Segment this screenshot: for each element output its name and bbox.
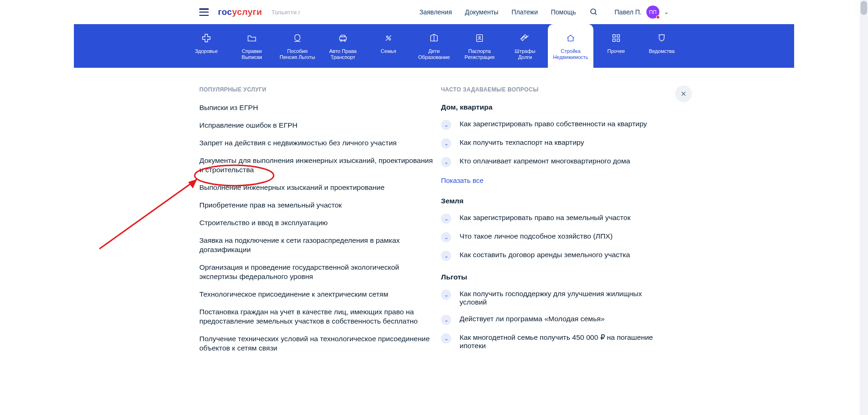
service-link[interactable]: Выполнение инженерных изысканий и проект… <box>199 183 436 192</box>
category-icon <box>502 32 548 44</box>
region-label[interactable]: Тольятти г <box>271 9 301 16</box>
service-link[interactable]: Исправление ошибок в ЕГРН <box>199 121 436 130</box>
logo[interactable]: госуслуги <box>218 7 262 17</box>
faq-item[interactable]: ⌄Как зарегистрировать право собственност… <box>441 120 664 130</box>
faq-item[interactable]: ⌄Как получить техпаспорт на квартиру <box>441 138 664 149</box>
logo-text-blue: гос <box>218 7 232 17</box>
faq-group-title: Земля <box>441 197 664 205</box>
faq-item-label: Как зарегистрировать право на земельный … <box>460 214 631 222</box>
category-tab[interactable]: Справки Выписки <box>229 24 275 68</box>
svg-point-8 <box>479 36 480 38</box>
faq-group-title: Дом, квартира <box>441 103 664 111</box>
category-icon <box>320 32 366 44</box>
category-tab[interactable]: Стройка Недвижимость <box>548 24 593 68</box>
chevron-down-icon: ⌄ <box>441 232 451 242</box>
category-icon <box>184 32 229 44</box>
show-all-link[interactable]: Показать все <box>441 176 484 184</box>
category-label: Штрафы Долги <box>502 48 548 60</box>
svg-point-6 <box>389 39 391 40</box>
category-label: Здоровье <box>184 48 229 54</box>
faq-item-label: Что такое личное подсобное хозяйство (ЛП… <box>460 232 612 240</box>
chevron-down-icon: ⌄ <box>441 315 451 325</box>
category-tab[interactable]: Семья <box>366 24 411 68</box>
service-link[interactable]: Технологическое присоединение к электрич… <box>199 290 436 299</box>
search-icon[interactable] <box>589 7 598 17</box>
service-link[interactable]: Строительство и ввод в эксплуатацию <box>199 218 436 227</box>
category-tab[interactable]: Дети Образование <box>411 24 457 68</box>
notification-dot-icon <box>656 15 660 19</box>
category-tab[interactable]: Здоровье <box>184 24 229 68</box>
chevron-down-icon: ⌄ <box>441 290 451 300</box>
category-icon <box>639 32 684 44</box>
category-label: Ведомства <box>639 48 684 54</box>
category-tab[interactable]: Ведомства <box>639 24 684 68</box>
category-label: Дети Образование <box>411 48 457 60</box>
category-tab[interactable]: Пособия Пенсия Льготы <box>275 24 320 68</box>
category-icon <box>593 32 639 44</box>
chevron-down-icon: ⌄ <box>441 333 451 344</box>
svg-point-4 <box>344 40 346 42</box>
category-icon <box>366 32 411 44</box>
service-link[interactable]: Документы для выполнения инженерных изыс… <box>199 156 436 175</box>
service-link[interactable]: Постановка граждан на учет в качестве ли… <box>199 307 436 326</box>
top-nav: Заявления Документы Платежи Помощь <box>419 8 576 16</box>
svg-point-0 <box>591 9 596 14</box>
faq-item[interactable]: ⌄Действует ли программа «Молодая семья» <box>441 315 664 325</box>
faq-item[interactable]: ⌄Что такое личное подсобное хозяйство (Л… <box>441 232 664 242</box>
service-link[interactable]: Приобретение прав на земельный участок <box>199 201 436 210</box>
category-label: Авто Права Транспорт <box>320 48 366 60</box>
category-label: Пособия Пенсия Льготы <box>275 48 320 60</box>
category-icon <box>229 32 275 44</box>
user-menu[interactable]: Павел П. ПП ⌄ <box>615 6 669 19</box>
category-tab[interactable]: Паспорта Регистрация <box>457 24 502 68</box>
chevron-down-icon: ⌄ <box>664 9 669 15</box>
faq-group: Дом, квартира⌄Как зарегистрировать право… <box>441 103 664 185</box>
nav-link[interactable]: Платежи <box>512 8 538 16</box>
svg-rect-9 <box>613 35 616 38</box>
category-tab[interactable]: Штрафы Долги <box>502 24 548 68</box>
category-icon <box>411 32 457 44</box>
faq-item[interactable]: ⌄Как многодетной семье получить 450 000 … <box>441 333 664 350</box>
logo-text-red: услуги <box>232 7 262 17</box>
faq-item-label: Как зарегистрировать право собственности… <box>460 120 647 128</box>
category-label: Справки Выписки <box>229 48 275 60</box>
faq-group-title: Льготы <box>441 273 664 281</box>
faq-item[interactable]: ⌄Как получить господдержку для улучшения… <box>441 290 664 306</box>
user-name: Павел П. <box>615 8 642 16</box>
faq-item[interactable]: ⌄Как зарегистрировать право на земельный… <box>441 214 664 224</box>
nav-link[interactable]: Заявления <box>419 8 452 16</box>
faq-group: Льготы⌄Как получить господдержку для улу… <box>441 273 664 350</box>
service-link[interactable]: Получение технических условий на техноло… <box>199 334 436 353</box>
faq-item-label: Кто оплачивает капремонт многоквартирног… <box>460 157 630 165</box>
nav-link[interactable]: Документы <box>465 8 499 16</box>
svg-point-5 <box>386 36 388 38</box>
category-tab[interactable]: Авто Права Транспорт <box>320 24 366 68</box>
faq-item[interactable]: ⌄Кто оплачивает капремонт многоквартирно… <box>441 157 664 167</box>
faq-item-label: Как получить техпаспорт на квартиру <box>460 138 584 147</box>
close-button[interactable] <box>675 85 692 102</box>
service-link[interactable]: Заявка на подключение к сети газораспред… <box>199 236 436 254</box>
category-tab[interactable]: Прочее <box>593 24 639 68</box>
chevron-down-icon: ⌄ <box>441 251 451 261</box>
svg-line-1 <box>595 13 597 15</box>
svg-rect-10 <box>617 35 620 38</box>
faq-item-label: Как получить господдержку для улучшения … <box>460 290 664 306</box>
category-icon <box>548 32 593 44</box>
svg-rect-11 <box>613 39 616 42</box>
menu-icon[interactable] <box>199 8 209 16</box>
service-link[interactable]: Запрет на действия с недвижимостью без л… <box>199 138 436 148</box>
category-label: Семья <box>366 48 411 54</box>
popular-services: ПОПУЛЯРНЫЕ УСЛУГИ Выписки из ЕГРНИсправл… <box>199 86 436 362</box>
faq-section: ЧАСТО ЗАДАВАЕМЫЕ ВОПРОСЫ Дом, квартира⌄К… <box>441 86 664 362</box>
category-label: Паспорта Регистрация <box>457 48 502 60</box>
svg-marker-17 <box>188 179 197 188</box>
nav-link[interactable]: Помощь <box>551 8 576 16</box>
svg-rect-12 <box>617 39 620 42</box>
chevron-down-icon: ⌄ <box>441 138 451 149</box>
service-link[interactable]: Выписки из ЕГРН <box>199 103 436 112</box>
section-title: ПОПУЛЯРНЫЕ УСЛУГИ <box>199 86 436 93</box>
header: госуслуги Тольятти г Заявления Документы… <box>74 0 794 24</box>
category-label: Прочее <box>593 48 639 54</box>
service-link[interactable]: Организация и проведение государственной… <box>199 263 436 281</box>
faq-item[interactable]: ⌄Как составить договор аренды земельного… <box>441 251 664 261</box>
